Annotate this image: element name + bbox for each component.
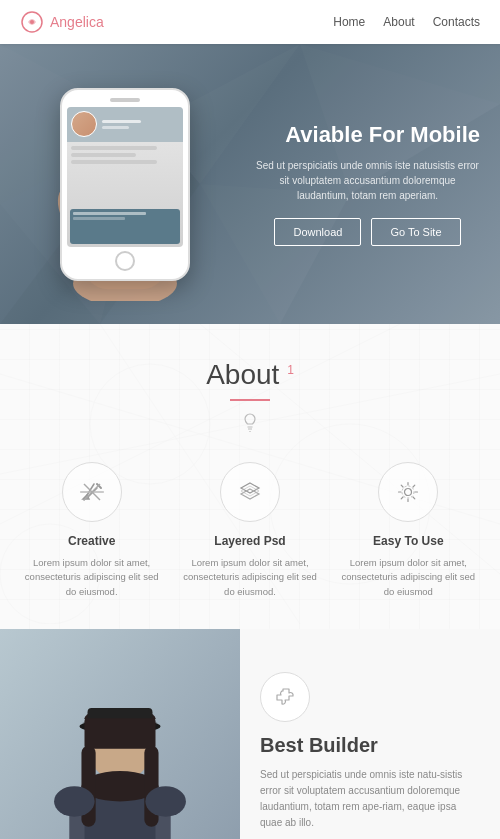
goto-site-button[interactable]: Go To Site	[371, 218, 460, 246]
nav-home[interactable]: Home	[333, 15, 365, 29]
about-title-area: About 1	[20, 359, 480, 437]
about-title: About 1	[20, 359, 480, 391]
hero-section: Aviable For Mobile Sed ut perspiciatis u…	[0, 44, 500, 324]
svg-marker-37	[241, 486, 259, 496]
download-button[interactable]: Download	[274, 218, 361, 246]
svg-point-53	[54, 786, 95, 816]
svg-point-39	[402, 486, 414, 498]
creative-icon-circle	[62, 462, 122, 522]
layered-title: Layered Psd	[178, 534, 321, 548]
layered-desc: Lorem ipsum dolor sit amet, consecteturi…	[178, 556, 321, 599]
phone-home-button	[115, 251, 135, 271]
features-row: Creative Lorem ipsum dolor sit amet, con…	[20, 462, 480, 599]
builder-icon-circle	[260, 672, 310, 722]
feature-creative: Creative Lorem ipsum dolor sit amet, con…	[20, 462, 163, 599]
settings-icon	[395, 479, 421, 505]
phone-line	[71, 160, 157, 164]
phone-line	[71, 153, 136, 157]
logo[interactable]: Angelica	[20, 10, 104, 34]
about-section: About 1	[0, 324, 500, 629]
svg-point-1	[30, 20, 34, 24]
easy-icon-circle	[378, 462, 438, 522]
phone-avatar	[71, 111, 97, 137]
phone-screen-lines	[67, 142, 183, 206]
layers-icon	[237, 479, 263, 505]
phone-screen	[67, 107, 183, 247]
svg-rect-52	[85, 718, 156, 748]
creative-title: Creative	[20, 534, 163, 548]
hero-title: Aviable For Mobile	[255, 122, 480, 148]
logo-text: Angelica	[50, 14, 104, 30]
creative-desc: Lorem ipsum dolor sit amet, consecteturi…	[20, 556, 163, 599]
svg-point-38	[405, 489, 412, 496]
easy-desc: Lorem ipsum dolor sit amet, consecteturi…	[337, 556, 480, 599]
about-divider	[230, 399, 270, 401]
phone-line	[71, 146, 157, 150]
hero-text: Aviable For Mobile Sed ut perspiciatis u…	[250, 107, 500, 261]
svg-point-54	[145, 786, 186, 816]
phone-mockup	[60, 88, 190, 281]
svg-marker-35	[241, 483, 259, 493]
navigation: Angelica Home About Contacts	[0, 0, 500, 44]
hero-content: Aviable For Mobile Sed ut perspiciatis u…	[0, 68, 500, 301]
builder-desc: Sed ut perspiciatis unde omnis iste natu…	[260, 767, 480, 831]
about-bulb-icon	[20, 413, 480, 437]
hero-subtitle: Sed ut perspiciatis unde omnis iste natu…	[255, 158, 480, 203]
phone-speaker	[110, 98, 140, 102]
phone-screen-content	[67, 107, 183, 247]
phone-card	[70, 209, 180, 244]
builder-image	[0, 629, 240, 839]
builder-title: Best Builder	[260, 734, 480, 757]
layered-icon-circle	[220, 462, 280, 522]
builder-section: Best Builder Sed ut perspiciatis unde om…	[0, 629, 500, 839]
nav-links: Home About Contacts	[333, 15, 480, 29]
person-svg	[0, 629, 240, 839]
phone-screen-header	[67, 107, 183, 142]
feature-layered: Layered Psd Lorem ipsum dolor sit amet, …	[178, 462, 321, 599]
creative-icon	[79, 479, 105, 505]
hero-buttons: Download Go To Site	[255, 218, 480, 246]
puzzle-icon	[274, 686, 296, 708]
logo-icon	[20, 10, 44, 34]
svg-marker-36	[241, 489, 259, 499]
feature-easy: Easy To Use Lorem ipsum dolor sit amet, …	[337, 462, 480, 599]
builder-content: Best Builder Sed ut perspiciatis unde om…	[240, 629, 500, 839]
hero-phone-area	[0, 88, 250, 281]
nav-contacts[interactable]: Contacts	[433, 15, 480, 29]
nav-about[interactable]: About	[383, 15, 414, 29]
phone-body	[60, 88, 190, 281]
easy-title: Easy To Use	[337, 534, 480, 548]
about-superscript: 1	[287, 363, 294, 377]
